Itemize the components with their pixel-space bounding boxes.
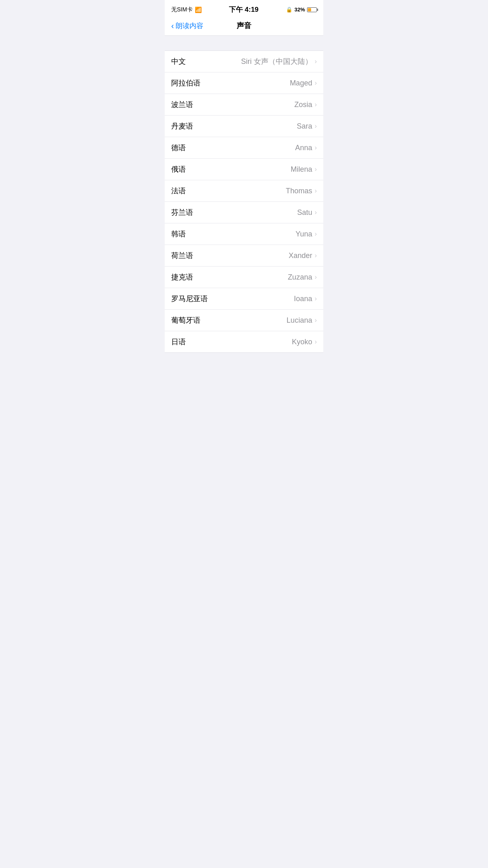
chevron-right-icon: › [315,295,317,302]
language-label: 罗马尼亚语 [171,294,208,304]
list-item[interactable]: 波兰语Zosia› [165,94,323,116]
voice-value: Milena [291,165,312,174]
item-right: Satu› [297,208,317,217]
carrier-label: 无SIM卡 [171,6,193,13]
language-label: 阿拉伯语 [171,78,200,88]
chevron-right-icon: › [315,231,317,237]
language-label: 俄语 [171,164,186,174]
battery-icon [307,7,317,12]
status-right: 🔒 32% [286,7,317,13]
voice-value: Zosia [294,101,312,109]
voice-value: Sara [297,122,312,131]
language-label: 荷兰语 [171,251,193,260]
item-right: Siri 女声（中国大陆）› [241,57,317,66]
list-item[interactable]: 芬兰语Satu› [165,202,323,223]
list-item[interactable]: 日语Kyoko› [165,331,323,352]
language-label: 法语 [171,186,186,196]
chevron-right-icon: › [315,252,317,259]
item-right: Thomas› [286,187,317,195]
list-item[interactable]: 中文Siri 女声（中国大陆）› [165,51,323,72]
language-label: 韩语 [171,229,186,239]
chevron-right-icon: › [315,144,317,151]
status-left: 无SIM卡 📶 [171,6,202,13]
chevron-right-icon: › [315,123,317,129]
chevron-right-icon: › [315,188,317,194]
item-right: Sara› [297,122,317,131]
item-right: Maged› [290,79,317,87]
language-list: 中文Siri 女声（中国大陆）›阿拉伯语Maged›波兰语Zosia›丹麦语Sa… [165,50,323,353]
language-label: 葡萄牙语 [171,315,200,325]
language-label: 德语 [171,143,186,153]
item-right: Zosia› [294,101,317,109]
battery-percent: 32% [294,7,305,13]
list-item[interactable]: 阿拉伯语Maged› [165,72,323,94]
voice-value: Satu [297,208,312,217]
voice-value: Maged [290,79,312,87]
list-item[interactable]: 葡萄牙语Luciana› [165,310,323,331]
list-item[interactable]: 捷克语Zuzana› [165,267,323,288]
voice-value: Thomas [286,187,312,195]
voice-value: Kyoko [292,338,312,346]
item-right: Milena› [291,165,317,174]
item-right: Yuna› [296,230,317,238]
chevron-right-icon: › [315,166,317,173]
back-button[interactable]: ‹ 朗读内容 [171,21,203,31]
language-label: 芬兰语 [171,208,193,217]
back-label: 朗读内容 [176,21,203,31]
back-chevron-icon: ‹ [171,22,174,30]
language-label: 波兰语 [171,100,193,109]
chevron-right-icon: › [315,274,317,280]
voice-value: Yuna [296,230,312,238]
chevron-right-icon: › [315,80,317,86]
item-right: Zuzana› [288,273,317,282]
status-time: 下午 4:19 [229,5,259,14]
item-right: Ioana› [294,295,317,303]
voice-value: Ioana [294,295,312,303]
chevron-right-icon: › [315,58,317,65]
chevron-right-icon: › [315,209,317,216]
list-item[interactable]: 俄语Milena› [165,159,323,180]
voice-value: Zuzana [288,273,312,282]
language-label: 捷克语 [171,272,193,282]
voice-value: Xander [289,251,312,260]
list-item[interactable]: 韩语Yuna› [165,223,323,245]
lock-icon: 🔒 [286,7,292,13]
item-right: Anna› [295,144,317,152]
list-item[interactable]: 丹麦语Sara› [165,116,323,137]
chevron-right-icon: › [315,101,317,108]
item-right: Luciana› [287,316,317,325]
status-bar: 无SIM卡 📶 下午 4:19 🔒 32% [165,0,323,17]
list-item[interactable]: 罗马尼亚语Ioana› [165,288,323,310]
item-right: Xander› [289,251,317,260]
language-label: 日语 [171,337,186,347]
voice-value: Luciana [287,316,312,325]
wifi-icon: 📶 [195,7,202,13]
language-label: 中文 [171,57,186,66]
voice-value: Siri 女声（中国大陆） [241,57,312,66]
list-item[interactable]: 德语Anna› [165,137,323,159]
voice-value: Anna [295,144,312,152]
item-right: Kyoko› [292,338,317,346]
list-item[interactable]: 荷兰语Xander› [165,245,323,267]
list-item[interactable]: 法语Thomas› [165,180,323,202]
chevron-right-icon: › [315,317,317,324]
section-spacer [165,36,323,50]
language-label: 丹麦语 [171,121,193,131]
nav-bar: ‹ 朗读内容 声音 [165,17,323,36]
chevron-right-icon: › [315,339,317,345]
nav-title: 声音 [237,21,251,31]
